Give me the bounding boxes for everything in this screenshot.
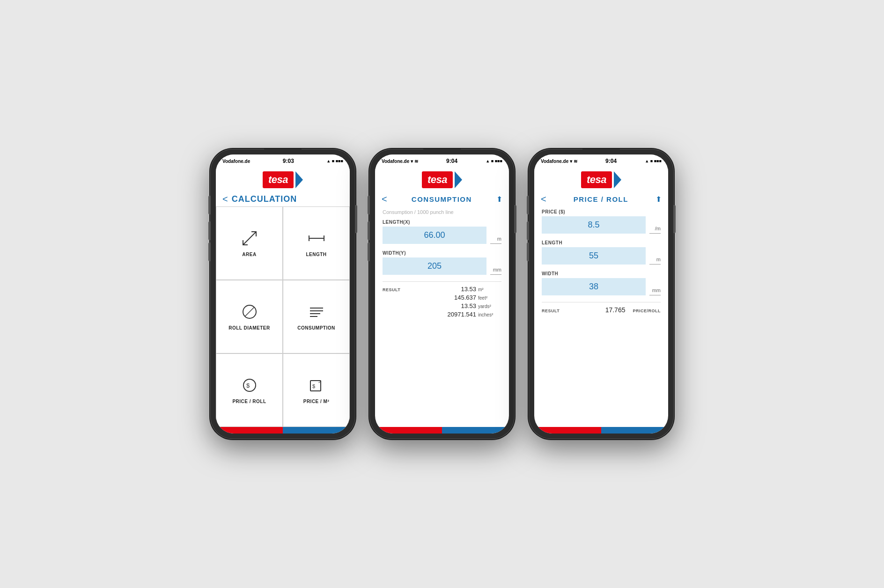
phone-screen-3: Vodafone.de ▾ ≋ 9:04 ▲ ■ ■■■ tesa < PRIC… <box>534 154 668 434</box>
field-label-width-y: WIDTH(Y) <box>383 250 501 256</box>
unit-price: /m <box>649 226 661 234</box>
form-body-3: PRICE ($) 8.5 /m LENGTH 55 m WIDTH 38 mm <box>534 206 668 427</box>
tesa-arrow-1 <box>295 171 303 188</box>
form-subtitle-2: Consumption / 1000 punch line <box>383 209 501 215</box>
bottom-bar-1 <box>216 427 350 434</box>
calc-cell-consumption[interactable]: CONSUMPTION <box>283 280 350 353</box>
phone-notch-2 <box>423 149 461 153</box>
logo-header-3: tesa <box>534 168 668 191</box>
logo-header-1: tesa <box>216 168 350 191</box>
tesa-arrow-3 <box>614 171 621 188</box>
calc-nav: < CALCULATION <box>216 191 350 206</box>
form-body-2: Consumption / 1000 punch line LENGTH(X) … <box>375 206 509 427</box>
unit-width-y: mm <box>490 267 501 275</box>
form-title-3: PRICE / ROLL <box>574 195 628 203</box>
svg-text:2: 2 <box>318 380 321 384</box>
roll-icon <box>241 303 258 323</box>
status-bar-3: Vodafone.de ▾ ≋ 9:04 ▲ ■ ■■■ <box>534 154 668 168</box>
phone-screen: Vodafone.de 9:03 ▲ ■ ■■■ tesa < CALCULAT… <box>216 154 350 434</box>
svg-line-5 <box>245 307 254 316</box>
field-label-length-x: LENGTH(X) <box>383 220 501 225</box>
tesa-arrow-2 <box>455 171 462 188</box>
input-width-y[interactable]: 205 <box>383 257 486 275</box>
screen-content-1: < CALCULATION AREA <box>216 191 350 427</box>
field-label-price: PRICE ($) <box>542 209 661 214</box>
result-label-2: RESULT <box>383 287 404 292</box>
time-3: 9:04 <box>605 158 617 164</box>
form-nav-2: < CONSUMPTION ⬆ <box>375 191 509 206</box>
result-value-3: 13.53 <box>443 302 476 309</box>
phone-1: Vodafone.de 9:03 ▲ ■ ■■■ tesa < CALCULAT… <box>210 149 355 439</box>
consumption-icon <box>308 303 325 323</box>
bottom-bar-red-1 <box>216 427 283 434</box>
result-value-1: 13.53 <box>443 286 476 293</box>
input-price[interactable]: 8.5 <box>542 216 646 234</box>
form-nav-3: < PRICE / ROLL ⬆ <box>534 191 668 206</box>
share-icon-3[interactable]: ⬆ <box>656 195 662 204</box>
result-unit-3: yards² <box>478 304 501 309</box>
unit-width-p: mm <box>649 287 661 295</box>
screen-content-2: < CONSUMPTION ⬆ Consumption / 1000 punch… <box>375 191 509 427</box>
calc-cell-length[interactable]: LENGTH <box>283 206 350 280</box>
result-label-3: RESULT <box>542 309 563 313</box>
back-button-1[interactable]: < <box>222 194 228 205</box>
result-row-1: RESULT 13.53 m² <box>383 286 501 293</box>
tesa-logo-box-1: tesa <box>263 171 294 188</box>
consumption-label: CONSUMPTION <box>297 325 335 331</box>
field-row-length-p: 55 m <box>542 247 661 265</box>
result-row-3: 13.53 yards² <box>383 302 501 309</box>
length-label: LENGTH <box>306 252 326 257</box>
battery-icons-2: ▲ ■ ■■■ <box>486 159 502 163</box>
calc-cell-area[interactable]: AREA <box>216 206 283 280</box>
back-button-3[interactable]: < <box>541 194 546 205</box>
phone-notch-3 <box>582 149 620 153</box>
tesa-text-1: tesa <box>268 174 288 186</box>
input-length-x[interactable]: 66.00 <box>383 227 486 244</box>
bottom-bar-red-3 <box>534 427 601 434</box>
tesa-logo-box-2: tesa <box>422 171 453 188</box>
price-m2-icon: $ 2 <box>308 377 325 396</box>
share-icon-2[interactable]: ⬆ <box>496 195 502 204</box>
calc-cell-price-m2[interactable]: $ 2 PRICE / M² <box>283 353 350 427</box>
result-unit-2: feet² <box>478 295 501 301</box>
bottom-bar-blue-1 <box>283 427 350 434</box>
bottom-bar-3 <box>534 427 668 434</box>
svg-line-0 <box>243 232 256 245</box>
calc-grid: AREA LENGTH <box>216 206 350 427</box>
screen-content-3: < PRICE / ROLL ⬆ PRICE ($) 8.5 /m LENGTH… <box>534 191 668 427</box>
tesa-logo-2: tesa <box>422 171 462 188</box>
calc-cell-price-roll[interactable]: $ PRICE / ROLL <box>216 353 283 427</box>
result-section-2: RESULT 13.53 m² 145.637 feet² 13. <box>383 286 501 318</box>
result-value-2: 145.637 <box>443 294 476 301</box>
tesa-logo-1: tesa <box>263 171 303 188</box>
input-width-p[interactable]: 38 <box>542 278 646 295</box>
form-title-2: CONSUMPTION <box>412 195 472 203</box>
calc-cell-roll[interactable]: ROLL DIAMETER <box>216 280 283 353</box>
unit-length-x: m <box>490 236 501 244</box>
carrier-1: Vodafone.de <box>222 159 250 164</box>
phone-notch <box>264 149 302 153</box>
result-unit-1: m² <box>478 287 501 292</box>
phones-container: Vodafone.de 9:03 ▲ ■ ■■■ tesa < CALCULAT… <box>210 149 674 439</box>
back-button-2[interactable]: < <box>382 194 387 205</box>
unit-length-p: m <box>649 257 661 265</box>
input-length-p[interactable]: 55 <box>542 247 646 265</box>
svg-text:$: $ <box>246 382 250 389</box>
bottom-bar-blue-3 <box>601 427 668 434</box>
status-bar-1: Vodafone.de 9:03 ▲ ■ ■■■ <box>216 154 350 168</box>
tesa-logo-3: tesa <box>581 171 621 188</box>
form-divider-2 <box>383 281 501 282</box>
time-1: 9:03 <box>283 158 294 164</box>
field-row-length-x: 66.00 m <box>383 227 501 244</box>
result-unit-4: inches² <box>478 312 501 317</box>
result-row-2: 145.637 feet² <box>383 294 501 301</box>
price-roll-icon: $ <box>241 377 258 396</box>
area-label: AREA <box>242 252 256 257</box>
tesa-logo-box-3: tesa <box>581 171 612 188</box>
field-label-length-p: LENGTH <box>542 240 661 245</box>
battery-icons-1: ▲ ■ ■■■ <box>326 159 343 163</box>
field-label-width-p: WIDTH <box>542 271 661 276</box>
calc-title: CALCULATION <box>232 194 297 204</box>
phone-screen-2: Vodafone.de ▾ ≋ 9:04 ▲ ■ ■■■ tesa < CONS… <box>375 154 509 434</box>
carrier-3: Vodafone.de ▾ ≋ <box>541 159 577 164</box>
